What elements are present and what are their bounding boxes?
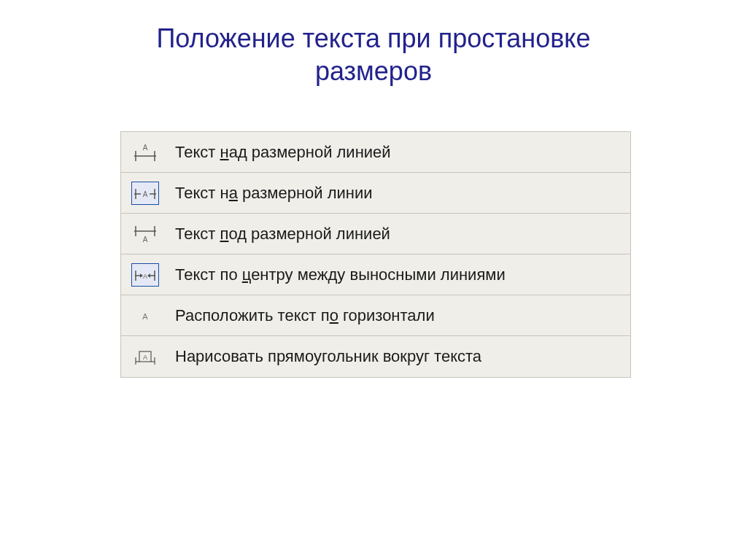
menu-item-label: Текст под размерной линией (175, 225, 390, 244)
svg-text:A: A (143, 144, 148, 152)
menu-item-label: Нарисовать прямоугольник вокруг текста (175, 347, 481, 366)
text-above-line-icon: A (131, 141, 159, 164)
menu-item-label: Текст на размерной линии (175, 184, 373, 203)
title-line-2: размеров (315, 56, 432, 86)
text-center-between-icon: A (131, 263, 159, 287)
menu-item-text-above[interactable]: A Текст над размерной линией (121, 132, 630, 173)
menu-item-text-horizontal[interactable]: A Расположить текст по горизонтали (121, 295, 630, 336)
text-horizontal-icon: A (131, 304, 159, 327)
menu-item-label: Текст по центру между выносными линиями (175, 265, 506, 284)
text-on-line-icon: A (131, 182, 159, 205)
menu-item-text-below[interactable]: A Текст под размерной линией (121, 214, 630, 254)
svg-text:A: A (143, 236, 148, 244)
page-title: Положение текста при простановке размеро… (0, 0, 747, 88)
menu-item-text-center[interactable]: A Текст по центру между выносными линиям… (121, 254, 630, 295)
svg-text:A: A (143, 190, 148, 198)
text-rectangle-icon: A (131, 345, 159, 368)
svg-text:A: A (143, 354, 147, 361)
menu-item-label: Расположить текст по горизонтали (175, 306, 435, 325)
menu-item-text-rectangle[interactable]: A Нарисовать прямоугольник вокруг текста (121, 336, 630, 377)
svg-marker-16 (147, 273, 150, 278)
dimension-text-panel: A Текст над размерной линией A (120, 131, 631, 378)
svg-text:A: A (142, 312, 148, 321)
text-below-line-icon: A (131, 222, 159, 246)
menu-item-label: Текст над размерной линией (175, 143, 391, 162)
title-line-1: Положение текста при простановке (156, 23, 590, 53)
menu-item-text-on[interactable]: A Текст на размерной линии (121, 173, 630, 214)
slide: Положение текста при простановке размеро… (0, 0, 747, 560)
svg-text:A: A (143, 273, 147, 280)
